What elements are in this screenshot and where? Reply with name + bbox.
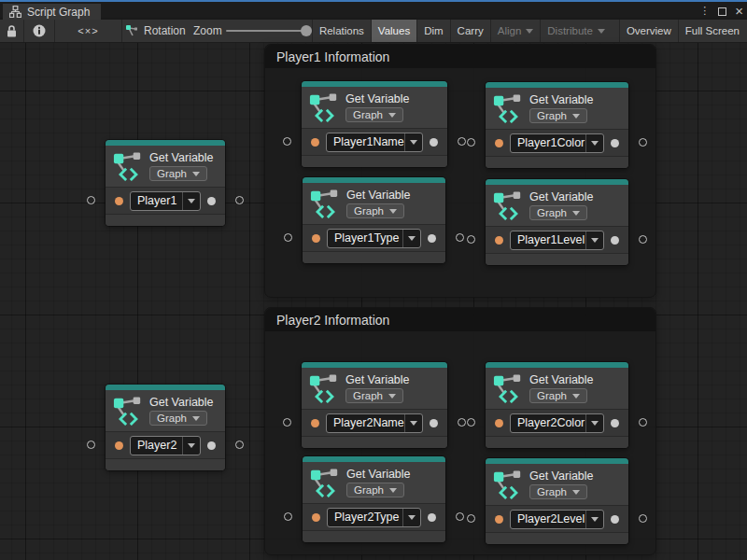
maximize-icon[interactable] bbox=[718, 3, 726, 20]
value-output-port[interactable] bbox=[430, 419, 438, 427]
code-toggle-button[interactable]: <×> bbox=[55, 20, 122, 42]
info-button[interactable] bbox=[24, 20, 55, 42]
output-port-ring[interactable] bbox=[639, 514, 647, 523]
output-port-ring[interactable] bbox=[235, 441, 244, 449]
value-output-port[interactable] bbox=[611, 139, 619, 147]
output-port-ring[interactable] bbox=[639, 235, 647, 244]
scope-dropdown[interactable]: Graph bbox=[346, 203, 404, 218]
value-output-port[interactable] bbox=[611, 515, 619, 524]
input-port-ring[interactable] bbox=[284, 233, 292, 242]
variable-name-port[interactable] bbox=[115, 441, 123, 450]
scope-dropdown[interactable]: Graph bbox=[149, 411, 207, 426]
carry-button[interactable]: Carry bbox=[450, 20, 490, 42]
input-port-ring[interactable] bbox=[467, 138, 475, 147]
align-button[interactable]: Align bbox=[490, 20, 541, 42]
dim-button[interactable]: Dim bbox=[416, 20, 449, 42]
get-variable-icon bbox=[493, 190, 523, 220]
get-variable-node-player2level[interactable]: Get Variable Graph Player2Level bbox=[486, 458, 628, 544]
group-header[interactable]: Player1 Information bbox=[265, 45, 655, 68]
variable-dropdown[interactable]: Player1 bbox=[130, 191, 201, 211]
relations-button[interactable]: Relations bbox=[312, 20, 371, 42]
variable-dropdown[interactable]: Player2Color bbox=[510, 413, 604, 433]
scope-dropdown[interactable]: Graph bbox=[346, 483, 404, 497]
variable-name-port[interactable] bbox=[311, 419, 319, 427]
rotation-control[interactable]: Rotation bbox=[125, 20, 186, 42]
variable-name-port[interactable] bbox=[495, 419, 503, 427]
output-port-ring[interactable] bbox=[456, 233, 464, 242]
distribute-button[interactable]: Distribute bbox=[540, 20, 612, 42]
get-variable-node-player1color[interactable]: Get Variable Graph Player1Color bbox=[486, 82, 628, 168]
input-port-ring[interactable] bbox=[87, 441, 95, 449]
value-output-port[interactable] bbox=[611, 419, 619, 427]
scope-dropdown[interactable]: Graph bbox=[345, 107, 403, 122]
value-output-port[interactable] bbox=[207, 197, 216, 205]
get-variable-node-player2color[interactable]: Get Variable Graph Player2Color bbox=[486, 362, 628, 448]
variable-dropdown[interactable]: Player2Type bbox=[327, 508, 421, 527]
value-output-port[interactable] bbox=[207, 441, 216, 450]
input-port-ring[interactable] bbox=[283, 137, 291, 146]
output-port-ring[interactable] bbox=[458, 418, 466, 427]
get-variable-node-player2[interactable]: Get Variable Graph Player2 bbox=[106, 385, 225, 470]
variable-dropdown[interactable]: Player1Type bbox=[327, 229, 421, 248]
chevron-down-icon bbox=[585, 231, 603, 249]
node-title: Get Variable bbox=[529, 190, 594, 203]
get-variable-icon bbox=[309, 373, 339, 403]
graph-canvas[interactable]: Player1 Information Player2 Information … bbox=[0, 43, 747, 560]
variable-dropdown[interactable]: Player2Level bbox=[510, 510, 604, 529]
get-variable-node-player1type[interactable]: Get Variable Graph Player1Type bbox=[303, 177, 445, 263]
variable-name-port[interactable] bbox=[495, 236, 503, 245]
variable-name-port[interactable] bbox=[115, 197, 123, 205]
output-port-ring[interactable] bbox=[639, 418, 647, 427]
variable-dropdown[interactable]: Player1Color bbox=[510, 133, 604, 153]
lock-button[interactable] bbox=[0, 20, 24, 42]
output-port-ring[interactable] bbox=[458, 137, 466, 146]
zoom-slider-handle[interactable] bbox=[301, 25, 312, 36]
scope-dropdown[interactable]: Graph bbox=[529, 388, 587, 403]
value-output-port[interactable] bbox=[430, 138, 438, 147]
variable-name-port[interactable] bbox=[312, 234, 320, 243]
input-port-ring[interactable] bbox=[87, 196, 95, 204]
get-variable-node-player1name[interactable]: Get Variable Graph Player1Name bbox=[302, 81, 447, 167]
chevron-down-icon bbox=[404, 414, 422, 432]
close-icon[interactable]: × bbox=[735, 4, 743, 18]
value-output-port[interactable] bbox=[428, 513, 436, 522]
input-port-ring[interactable] bbox=[467, 514, 475, 523]
output-port-ring[interactable] bbox=[639, 138, 647, 147]
scope-dropdown[interactable]: Graph bbox=[529, 205, 587, 220]
values-button[interactable]: Values bbox=[371, 20, 416, 42]
full-screen-button[interactable]: Full Screen bbox=[678, 20, 746, 42]
output-port-ring[interactable] bbox=[235, 196, 244, 204]
input-port-ring[interactable] bbox=[283, 418, 291, 427]
value-output-port[interactable] bbox=[428, 234, 436, 243]
chevron-down-icon bbox=[572, 394, 580, 399]
variable-name-port[interactable] bbox=[495, 515, 503, 524]
scope-dropdown[interactable]: Graph bbox=[345, 388, 403, 403]
overview-button[interactable]: Overview bbox=[619, 20, 678, 42]
input-port-ring[interactable] bbox=[284, 512, 292, 521]
node-footer bbox=[486, 157, 628, 168]
output-port-ring[interactable] bbox=[456, 512, 464, 521]
input-port-ring[interactable] bbox=[467, 418, 475, 427]
get-variable-node-player1[interactable]: Get Variable Graph Player1 bbox=[106, 140, 225, 226]
zoom-slider-track[interactable] bbox=[226, 30, 308, 32]
variable-dropdown[interactable]: Player1Name bbox=[326, 133, 423, 152]
get-variable-node-player2type[interactable]: Get Variable Graph Player2Type bbox=[303, 456, 445, 542]
scope-dropdown[interactable]: Graph bbox=[529, 108, 587, 123]
group-header[interactable]: Player2 Information bbox=[265, 308, 655, 331]
tab-script-graph[interactable]: Script Graph bbox=[3, 4, 101, 20]
variable-dropdown[interactable]: Player2Name bbox=[326, 413, 423, 433]
variable-name-port[interactable] bbox=[311, 138, 319, 147]
node-footer bbox=[303, 531, 445, 542]
get-variable-node-player2name[interactable]: Get Variable Graph Player2Name bbox=[302, 362, 447, 448]
variable-dropdown[interactable]: Player1Level bbox=[510, 231, 604, 250]
input-port-ring[interactable] bbox=[467, 235, 475, 244]
scope-dropdown[interactable]: Graph bbox=[149, 166, 207, 181]
kebab-menu-icon[interactable]: ⋮ bbox=[699, 6, 710, 16]
variable-name-port[interactable] bbox=[312, 513, 320, 522]
variable-dropdown[interactable]: Player2 bbox=[130, 436, 201, 455]
variable-name-port[interactable] bbox=[495, 139, 503, 147]
value-output-port[interactable] bbox=[611, 236, 619, 245]
get-variable-node-player1level[interactable]: Get Variable Graph Player1Level bbox=[486, 179, 628, 265]
node-title: Get Variable bbox=[149, 151, 214, 164]
scope-dropdown[interactable]: Graph bbox=[529, 484, 587, 499]
